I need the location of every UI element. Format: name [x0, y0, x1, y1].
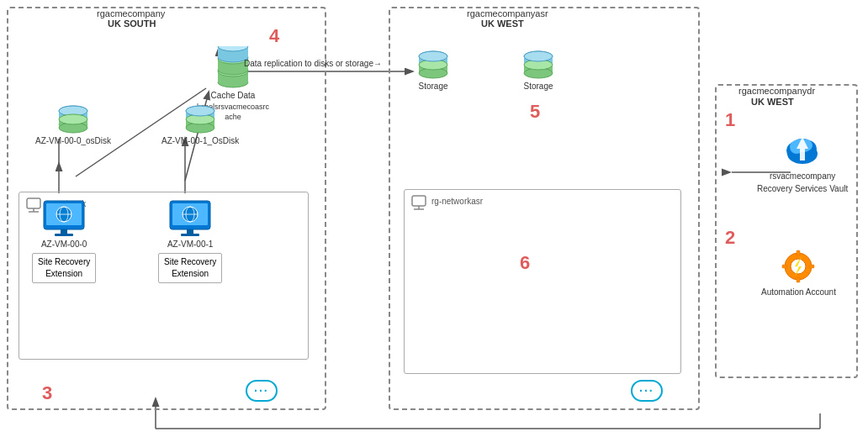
storage1-container: Storage: [416, 50, 450, 92]
svg-rect-77: [797, 277, 800, 282]
vm0-icon: [43, 200, 85, 237]
vm1-container: AZ-VM-00-1 Site RecoveryExtension: [158, 200, 222, 283]
svg-rect-76: [797, 250, 800, 255]
automation-icon: [780, 248, 817, 285]
disk-0-icon: [56, 105, 90, 134]
svg-point-63: [524, 51, 553, 61]
automation-label: Automation Account: [761, 287, 836, 297]
svg-rect-51: [181, 234, 199, 236]
vm0-sr-box: Site RecoveryExtension: [32, 253, 96, 283]
replication-label: Data replication to disks or storage→: [244, 59, 382, 68]
badge-5: 5: [530, 101, 540, 123]
storage2-label: Storage: [523, 81, 553, 92]
svg-rect-44: [55, 234, 73, 236]
automation-container: Automation Account: [761, 248, 836, 297]
source-region-label: UK SOUTH: [108, 18, 156, 29]
disk-1-container: AZ-VM-00-1_OsDisk: [161, 105, 239, 146]
svg-point-19: [59, 114, 87, 124]
badge-4: 4: [269, 25, 279, 47]
dr-region-box: [715, 84, 858, 378]
vm0-label: AZ-VM-00-0: [41, 239, 87, 250]
architecture-diagram: rgacmecompany UK SOUTH 4 AZ-VM-00-0_osDi…: [0, 0, 868, 437]
disk-0-container: AZ-VM-00-0_osDisk: [35, 105, 111, 146]
network-icon-target: [410, 194, 428, 211]
badge-2: 2: [725, 227, 735, 249]
badge-6: 6: [520, 252, 530, 274]
badge-1: 1: [725, 109, 735, 131]
svg-point-75: [791, 259, 806, 274]
ellipsis-target: ···: [631, 380, 663, 402]
vm1-label: AZ-VM-00-1: [167, 239, 213, 250]
rsv-label2: Recovery Services Vault: [757, 183, 848, 194]
vm0-container: AZ-VM-00-0 Site RecoveryExtension: [32, 200, 96, 283]
disk-1-label: AZ-VM-00-1_OsDisk: [161, 135, 239, 146]
ellipsis-source: ···: [246, 380, 278, 402]
cache-label1: Cache Data: [211, 90, 256, 101]
storage2-icon: [521, 50, 555, 79]
storage1-label: Storage: [418, 81, 447, 92]
vm1-icon: [169, 200, 211, 237]
rsv-label1: rsvacmecompany: [770, 171, 835, 182]
dr-rg-label: rgacmecompanydr: [738, 86, 815, 96]
rsv-icon: [783, 130, 822, 169]
svg-rect-64: [412, 196, 426, 206]
svg-point-34: [186, 106, 214, 116]
disk-1-icon: [183, 105, 217, 134]
dr-region-label: UK WEST: [751, 97, 794, 107]
vm1-sr-box: Site RecoveryExtension: [158, 253, 222, 283]
storage1-icon: [416, 50, 450, 79]
storage2-container: Storage: [521, 50, 555, 92]
rsv-container: rsvacmecompany Recovery Services Vault: [757, 130, 848, 194]
svg-rect-78: [782, 265, 787, 268]
svg-rect-50: [187, 229, 193, 234]
svg-point-57: [419, 51, 447, 61]
disk-0-label: AZ-VM-00-0_osDisk: [35, 135, 111, 146]
network-target-label: rg-networkasr: [431, 197, 483, 206]
network-box-target: rg-networkasr: [404, 189, 681, 374]
svg-rect-43: [61, 229, 67, 234]
target-region-label: UK WEST: [481, 18, 524, 29]
target-rg-label: rgacmecompanyasr: [467, 8, 548, 18]
badge-3: 3: [42, 382, 52, 404]
source-rg-label: rgacmecompany: [97, 8, 165, 18]
svg-rect-79: [809, 265, 814, 268]
